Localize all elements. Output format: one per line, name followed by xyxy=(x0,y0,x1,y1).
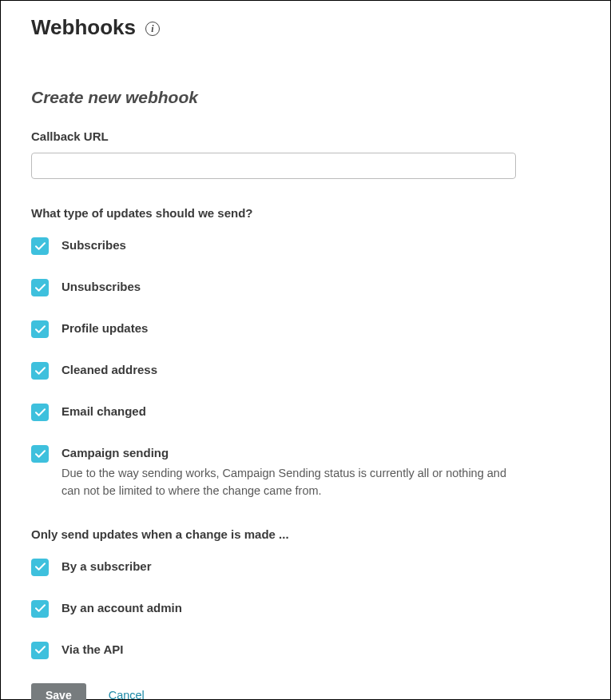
checkbox-cleaned-address[interactable] xyxy=(31,362,49,380)
checkbox-label: Subscribes xyxy=(61,238,126,252)
sources-list: By a subscriber By an account admin Via … xyxy=(31,559,586,659)
checkbox-label: Campaign sending xyxy=(61,446,517,459)
updates-list: Subscribes Unsubscribes Profile updates … xyxy=(31,237,586,500)
check-icon xyxy=(35,367,46,376)
check-icon xyxy=(35,408,46,417)
update-option-campaign-sending: Campaign sending Due to the way sending … xyxy=(31,445,586,500)
section-heading: Create new webhook xyxy=(31,88,586,107)
checkbox-label: Email changed xyxy=(61,404,146,418)
checkbox-unsubscribes[interactable] xyxy=(31,279,49,296)
checkbox-note: Due to the way sending works, Campaign S… xyxy=(61,464,517,500)
checkbox-email-changed[interactable] xyxy=(31,404,49,421)
check-icon xyxy=(35,284,46,292)
checkbox-profile-updates[interactable] xyxy=(31,320,49,338)
sources-group-label: Only send updates when a change is made … xyxy=(31,527,586,541)
update-option-email-changed: Email changed xyxy=(31,404,586,421)
checkbox-by-subscriber[interactable] xyxy=(31,559,49,576)
check-icon xyxy=(35,325,46,334)
checkbox-via-api[interactable] xyxy=(31,642,49,659)
update-option-unsubscribes: Unsubscribes xyxy=(31,279,586,296)
updates-group-label: What type of updates should we send? xyxy=(31,206,586,220)
checkbox-by-admin[interactable] xyxy=(31,600,49,618)
update-option-profile-updates: Profile updates xyxy=(31,320,586,338)
source-option-account-admin: By an account admin xyxy=(31,600,586,618)
form-actions: Save Cancel xyxy=(31,683,586,700)
check-icon xyxy=(35,450,46,459)
checkbox-campaign-sending[interactable] xyxy=(31,445,49,463)
source-option-subscriber: By a subscriber xyxy=(31,559,586,576)
checkbox-label: Unsubscribes xyxy=(61,280,141,293)
source-option-api: Via the API xyxy=(31,642,586,659)
update-option-cleaned-address: Cleaned address xyxy=(31,362,586,380)
info-icon[interactable]: i xyxy=(145,22,160,36)
checkbox-label: By a subscriber xyxy=(61,559,152,573)
checkbox-label: Profile updates xyxy=(61,321,148,335)
checkbox-subscribes[interactable] xyxy=(31,237,49,255)
checkbox-label: Via the API xyxy=(61,642,124,656)
check-icon xyxy=(35,646,46,654)
page-header: Webhooks i xyxy=(31,15,586,40)
callback-url-input[interactable] xyxy=(31,153,516,179)
check-icon xyxy=(35,242,46,251)
cancel-link[interactable]: Cancel xyxy=(109,689,145,700)
checkbox-label: By an account admin xyxy=(61,601,182,614)
check-icon xyxy=(35,563,46,571)
save-button[interactable]: Save xyxy=(31,683,86,700)
checkbox-label: Cleaned address xyxy=(61,363,157,376)
update-option-subscribes: Subscribes xyxy=(31,237,586,255)
page-title: Webhooks xyxy=(31,15,136,40)
callback-url-label: Callback URL xyxy=(31,129,586,143)
check-icon xyxy=(35,604,46,613)
webhooks-form-panel: Webhooks i Create new webhook Callback U… xyxy=(0,0,611,700)
